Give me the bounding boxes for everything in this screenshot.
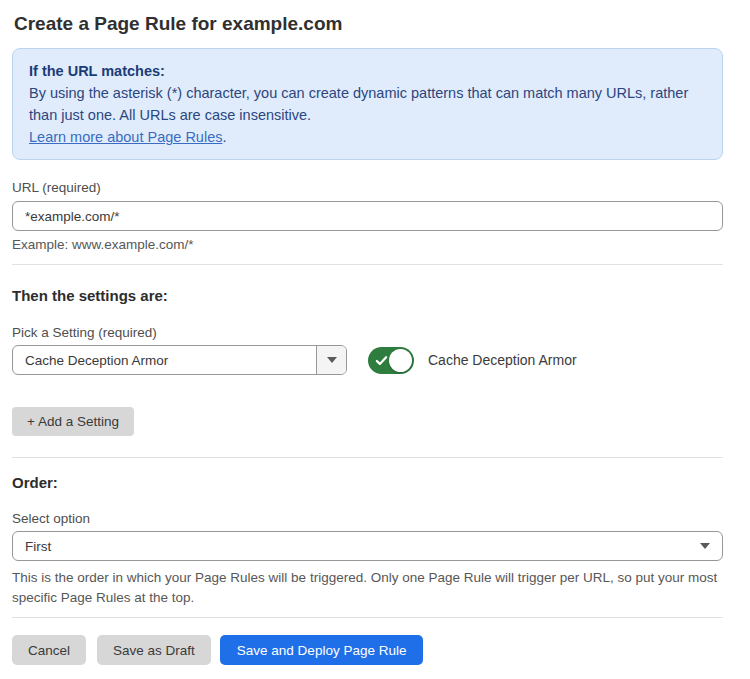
order-select-value: First <box>25 539 51 554</box>
url-match-info-callout: If the URL matches: By using the asteris… <box>12 48 723 160</box>
learn-more-link[interactable]: Learn more about Page Rules <box>29 129 222 145</box>
info-callout-body: By using the asterisk (*) character, you… <box>29 82 706 126</box>
url-field-helper: Example: www.example.com/* <box>12 237 723 253</box>
setting-select[interactable]: Cache Deception Armor <box>12 345 347 375</box>
setting-select-arrow-button[interactable] <box>316 346 346 374</box>
caret-down-icon <box>700 543 710 549</box>
url-field-label: URL (required) <box>12 180 101 195</box>
form-actions: Cancel Save as Draft Save and Deploy Pag… <box>12 635 723 665</box>
order-select[interactable]: First <box>12 531 723 561</box>
toggle-knob <box>389 349 412 372</box>
setting-toggle-group: Cache Deception Armor <box>368 347 577 374</box>
order-select-label: Select option <box>12 511 723 527</box>
order-helper-text: This is the order in which your Page Rul… <box>12 568 723 608</box>
pick-setting-label: Pick a Setting (required) <box>12 325 723 341</box>
setting-select-value: Cache Deception Armor <box>13 346 316 374</box>
page-title: Create a Page Rule for example.com <box>14 12 723 35</box>
divider <box>12 617 723 618</box>
caret-down-icon <box>327 357 337 363</box>
add-setting-button[interactable]: + Add a Setting <box>12 407 134 436</box>
create-page-rule-form: Create a Page Rule for example.com If th… <box>0 0 750 679</box>
cache-deception-armor-toggle[interactable] <box>368 347 414 374</box>
setting-row: Cache Deception Armor Cache Deception Ar… <box>12 345 723 375</box>
check-icon <box>375 354 388 367</box>
info-callout-link-line: Learn more about Page Rules. <box>29 126 706 148</box>
divider <box>12 457 723 458</box>
order-section-heading: Order: <box>12 474 723 492</box>
save-and-deploy-button[interactable]: Save and Deploy Page Rule <box>220 635 424 665</box>
url-input[interactable] <box>12 201 723 231</box>
settings-section-heading: Then the settings are: <box>12 287 723 305</box>
link-suffix: . <box>222 129 226 145</box>
info-callout-heading: If the URL matches: <box>29 60 706 82</box>
divider <box>12 264 723 265</box>
cancel-button[interactable]: Cancel <box>12 635 86 665</box>
save-as-draft-button[interactable]: Save as Draft <box>97 635 211 665</box>
toggle-label: Cache Deception Armor <box>428 352 577 368</box>
